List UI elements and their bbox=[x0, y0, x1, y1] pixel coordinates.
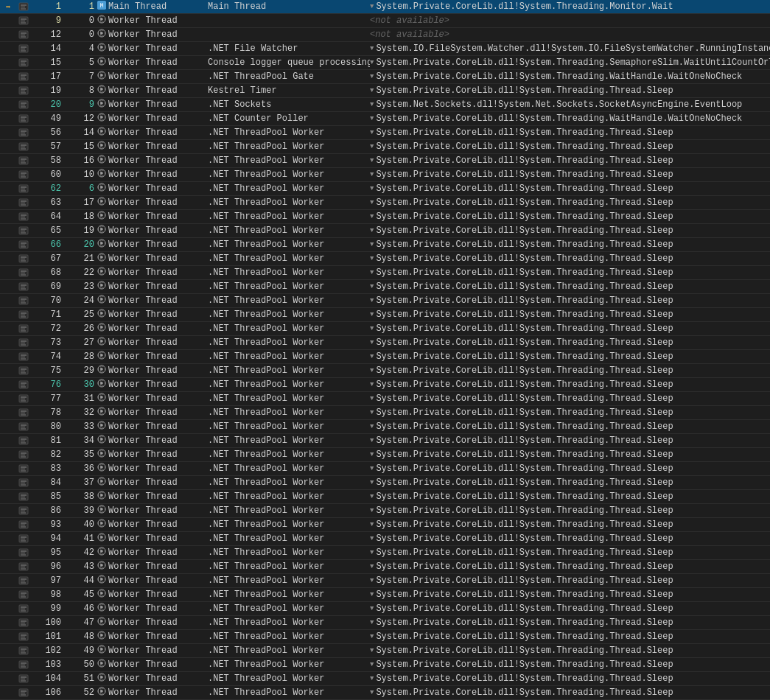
table-row[interactable]: 9744 Worker Thread .NET ThreadPool Worke… bbox=[0, 574, 770, 588]
table-row[interactable]: 6721 Worker Thread .NET ThreadPool Worke… bbox=[0, 252, 770, 266]
table-row[interactable]: 90 Worker Thread <not available> bbox=[0, 14, 770, 28]
location-expand-arrow[interactable]: ▼ bbox=[370, 101, 374, 108]
table-row[interactable]: 7832 Worker Thread .NET ThreadPool Worke… bbox=[0, 406, 770, 420]
table-row[interactable]: 9845 Worker Thread .NET ThreadPool Worke… bbox=[0, 588, 770, 602]
table-row[interactable]: 9946 Worker Thread .NET ThreadPool Worke… bbox=[0, 602, 770, 616]
table-row[interactable]: 8134 Worker Thread .NET ThreadPool Worke… bbox=[0, 434, 770, 448]
location-expand-arrow[interactable]: ▼ bbox=[370, 227, 374, 234]
table-row[interactable]: 10148 Worker Thread .NET ThreadPool Work… bbox=[0, 630, 770, 644]
location-expand-arrow[interactable]: ▼ bbox=[370, 507, 374, 514]
location-expand-arrow[interactable]: ▼ bbox=[370, 563, 374, 570]
table-row[interactable]: 120 Worker Thread <not available> bbox=[0, 28, 770, 42]
table-row[interactable]: 6620 Worker Thread .NET ThreadPool Worke… bbox=[0, 238, 770, 252]
location-expand-arrow[interactable]: ▼ bbox=[370, 661, 374, 668]
table-row[interactable]: 7731 Worker Thread .NET ThreadPool Worke… bbox=[0, 392, 770, 406]
location-expand-arrow[interactable]: ▼ bbox=[370, 171, 374, 178]
location-expand-arrow[interactable]: ▼ bbox=[370, 241, 374, 248]
location-expand-arrow[interactable]: ▼ bbox=[370, 381, 374, 388]
table-row[interactable]: 198 Worker Thread Kestrel Timer▼System.P… bbox=[0, 84, 770, 98]
location-expand-arrow[interactable]: ▼ bbox=[370, 535, 374, 542]
location-expand-arrow[interactable]: ▼ bbox=[370, 689, 374, 696]
location-expand-arrow[interactable]: ▼ bbox=[370, 577, 374, 584]
location-expand-arrow[interactable]: ▼ bbox=[370, 199, 374, 206]
table-row[interactable]: 10652 Worker Thread .NET ThreadPool Work… bbox=[0, 686, 770, 700]
location-expand-arrow[interactable]: ▼ bbox=[370, 297, 374, 304]
table-row[interactable]: 8437 Worker Thread .NET ThreadPool Worke… bbox=[0, 476, 770, 490]
table-row[interactable]: 6418 Worker Thread .NET ThreadPool Worke… bbox=[0, 210, 770, 224]
table-row[interactable]: 8639 Worker Thread .NET ThreadPool Worke… bbox=[0, 504, 770, 518]
location-expand-arrow[interactable]: ▼ bbox=[370, 619, 374, 626]
table-row[interactable]: 9643 Worker Thread .NET ThreadPool Worke… bbox=[0, 560, 770, 574]
table-row[interactable]: 6519 Worker Thread .NET ThreadPool Worke… bbox=[0, 224, 770, 238]
location-expand-arrow[interactable]: ▼ bbox=[370, 73, 374, 80]
table-row[interactable]: 8336 Worker Thread .NET ThreadPool Worke… bbox=[0, 462, 770, 476]
table-row[interactable]: 144 Worker Thread .NET File Watcher▼Syst… bbox=[0, 42, 770, 56]
thread-type: Worker Thread bbox=[97, 43, 208, 55]
location-expand-arrow[interactable]: ▼ bbox=[370, 465, 374, 472]
thread-list[interactable]: ➡ 11 M Main Thread Main Thread▼System.Pr… bbox=[0, 0, 770, 700]
location-expand-arrow[interactable]: ▼ bbox=[370, 353, 374, 360]
table-row[interactable]: 7125 Worker Thread .NET ThreadPool Worke… bbox=[0, 308, 770, 322]
location-expand-arrow[interactable]: ▼ bbox=[370, 493, 374, 500]
location-expand-arrow[interactable]: ▼ bbox=[370, 87, 374, 94]
location-expand-arrow[interactable]: ▼ bbox=[370, 409, 374, 416]
table-row[interactable]: 10047 Worker Thread .NET ThreadPool Work… bbox=[0, 616, 770, 630]
table-row[interactable]: 5614 Worker Thread .NET ThreadPool Worke… bbox=[0, 126, 770, 140]
location-expand-arrow[interactable]: ▼ bbox=[370, 157, 374, 164]
location-expand-arrow[interactable]: ▼ bbox=[370, 647, 374, 654]
table-row[interactable]: 155 Worker Thread Console logger queue p… bbox=[0, 56, 770, 70]
table-row[interactable]: 5715 Worker Thread .NET ThreadPool Worke… bbox=[0, 140, 770, 154]
location-expand-arrow[interactable]: ▼ bbox=[370, 675, 374, 682]
location-expand-arrow[interactable]: ▼ bbox=[370, 395, 374, 402]
location-expand-arrow[interactable]: ▼ bbox=[370, 143, 374, 150]
table-row[interactable]: 8033 Worker Thread .NET ThreadPool Worke… bbox=[0, 420, 770, 434]
table-row[interactable]: 626 Worker Thread .NET ThreadPool Worker… bbox=[0, 182, 770, 196]
table-row[interactable]: 7630 Worker Thread .NET ThreadPool Worke… bbox=[0, 378, 770, 392]
location-expand-arrow[interactable]: ▼ bbox=[370, 549, 374, 556]
table-row[interactable]: 6923 Worker Thread .NET ThreadPool Worke… bbox=[0, 280, 770, 294]
table-row[interactable]: 6317 Worker Thread .NET ThreadPool Worke… bbox=[0, 196, 770, 210]
table-row[interactable]: 5816 Worker Thread .NET ThreadPool Worke… bbox=[0, 154, 770, 168]
table-row[interactable]: 8538 Worker Thread .NET ThreadPool Worke… bbox=[0, 490, 770, 504]
table-row[interactable]: 7327 Worker Thread .NET ThreadPool Worke… bbox=[0, 336, 770, 350]
location-expand-arrow[interactable]: ▼ bbox=[370, 437, 374, 444]
table-row[interactable]: 10249 Worker Thread .NET ThreadPool Work… bbox=[0, 644, 770, 658]
table-row[interactable]: 8235 Worker Thread .NET ThreadPool Worke… bbox=[0, 448, 770, 462]
location-expand-arrow[interactable]: ▼ bbox=[370, 185, 374, 192]
location-expand-arrow[interactable]: ▼ bbox=[370, 605, 374, 612]
table-row[interactable]: 10350 Worker Thread .NET ThreadPool Work… bbox=[0, 658, 770, 672]
location-expand-arrow[interactable]: ▼ bbox=[370, 115, 374, 122]
location-expand-arrow[interactable]: ▼ bbox=[370, 255, 374, 262]
location-expand-arrow[interactable]: ▼ bbox=[370, 479, 374, 486]
table-row[interactable]: 4912 Worker Thread .NET Counter Poller▼S… bbox=[0, 112, 770, 126]
location-expand-arrow[interactable]: ▼ bbox=[370, 283, 374, 290]
location-expand-arrow[interactable]: ▼ bbox=[370, 633, 374, 640]
table-row[interactable]: 6822 Worker Thread .NET ThreadPool Worke… bbox=[0, 266, 770, 280]
location-expand-arrow[interactable]: ▼ bbox=[370, 213, 374, 220]
location-expand-arrow[interactable]: ▼ bbox=[370, 269, 374, 276]
location-expand-arrow[interactable]: ▼ bbox=[370, 367, 374, 374]
location-expand-arrow[interactable]: ▼ bbox=[370, 3, 374, 10]
location-expand-arrow[interactable]: ▼ bbox=[370, 325, 374, 332]
table-row[interactable]: 9441 Worker Thread .NET ThreadPool Worke… bbox=[0, 532, 770, 546]
location-expand-arrow[interactable]: ▼ bbox=[370, 451, 374, 458]
location-expand-arrow[interactable]: ▼ bbox=[370, 591, 374, 598]
table-row[interactable]: 7226 Worker Thread .NET ThreadPool Worke… bbox=[0, 322, 770, 336]
table-row[interactable]: 7529 Worker Thread .NET ThreadPool Worke… bbox=[0, 364, 770, 378]
table-row[interactable]: ➡ 11 M Main Thread Main Thread▼System.Pr… bbox=[0, 0, 770, 14]
location-expand-arrow[interactable]: ▼ bbox=[370, 45, 374, 52]
location-expand-arrow[interactable]: ▼ bbox=[370, 311, 374, 318]
table-row[interactable]: 9542 Worker Thread .NET ThreadPool Worke… bbox=[0, 546, 770, 560]
table-row[interactable]: 209 Worker Thread .NET Sockets▼System.Ne… bbox=[0, 98, 770, 112]
table-row[interactable]: 6010 Worker Thread .NET ThreadPool Worke… bbox=[0, 168, 770, 182]
table-row[interactable]: 177 Worker Thread .NET ThreadPool Gate▼S… bbox=[0, 70, 770, 84]
location-expand-arrow[interactable]: ▼ bbox=[370, 59, 374, 66]
table-row[interactable]: 7024 Worker Thread .NET ThreadPool Worke… bbox=[0, 294, 770, 308]
location-expand-arrow[interactable]: ▼ bbox=[370, 129, 374, 136]
location-expand-arrow[interactable]: ▼ bbox=[370, 521, 374, 528]
table-row[interactable]: 9340 Worker Thread .NET ThreadPool Worke… bbox=[0, 518, 770, 532]
location-expand-arrow[interactable]: ▼ bbox=[370, 423, 374, 430]
table-row[interactable]: 7428 Worker Thread .NET ThreadPool Worke… bbox=[0, 350, 770, 364]
location-expand-arrow[interactable]: ▼ bbox=[370, 339, 374, 346]
table-row[interactable]: 10451 Worker Thread .NET ThreadPool Work… bbox=[0, 672, 770, 686]
